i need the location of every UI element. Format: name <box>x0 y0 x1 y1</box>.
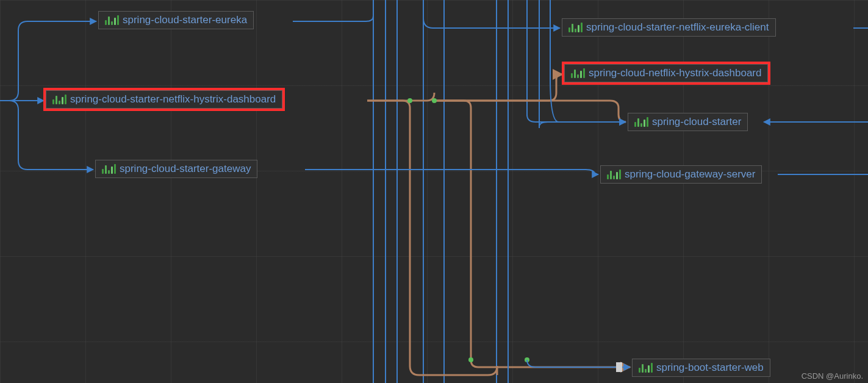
node-label: spring-cloud-netflix-hystrix-dashboard <box>589 67 761 79</box>
module-icon <box>105 15 119 25</box>
node-spring-cloud-starter-eureka[interactable]: spring-cloud-starter-eureka <box>98 11 254 29</box>
dependency-edges <box>0 0 868 383</box>
svg-point-11 <box>432 98 437 103</box>
background-grid <box>0 0 868 383</box>
svg-rect-14 <box>616 362 622 372</box>
node-label: spring-cloud-starter <box>652 116 741 128</box>
node-spring-cloud-netflix-hystrix-dashboard[interactable]: spring-cloud-netflix-hystrix-dashboard <box>564 64 768 82</box>
module-icon <box>607 170 621 179</box>
svg-point-12 <box>468 357 473 362</box>
watermark: CSDN @Aurinko. <box>802 371 863 381</box>
node-label: spring-cloud-starter-netflix-eureka-clie… <box>586 21 769 34</box>
node-label: spring-cloud-starter-netflix-hystrix-das… <box>70 93 276 106</box>
module-icon <box>569 23 583 32</box>
node-spring-cloud-starter-gateway[interactable]: spring-cloud-starter-gateway <box>95 160 257 178</box>
module-icon <box>639 363 653 373</box>
node-label: spring-boot-starter-web <box>656 362 764 374</box>
module-icon <box>634 117 648 127</box>
module-icon <box>571 68 585 78</box>
node-spring-cloud-starter[interactable]: spring-cloud-starter <box>628 113 748 131</box>
node-spring-cloud-gateway-server[interactable]: spring-cloud-gateway-server <box>600 165 762 184</box>
node-label: spring-cloud-starter-eureka <box>123 14 247 26</box>
node-spring-cloud-starter-netflix-hystrix-dashboard[interactable]: spring-cloud-starter-netflix-hystrix-das… <box>46 90 282 109</box>
node-spring-boot-starter-web[interactable]: spring-boot-starter-web <box>632 359 770 377</box>
node-label: spring-cloud-gateway-server <box>625 168 755 181</box>
node-spring-cloud-starter-netflix-eureka-client[interactable]: spring-cloud-starter-netflix-eureka-clie… <box>562 18 776 37</box>
svg-point-13 <box>525 357 529 362</box>
module-icon <box>102 164 116 174</box>
module-icon <box>52 95 66 104</box>
svg-point-10 <box>407 98 412 103</box>
node-label: spring-cloud-starter-gateway <box>120 163 251 175</box>
